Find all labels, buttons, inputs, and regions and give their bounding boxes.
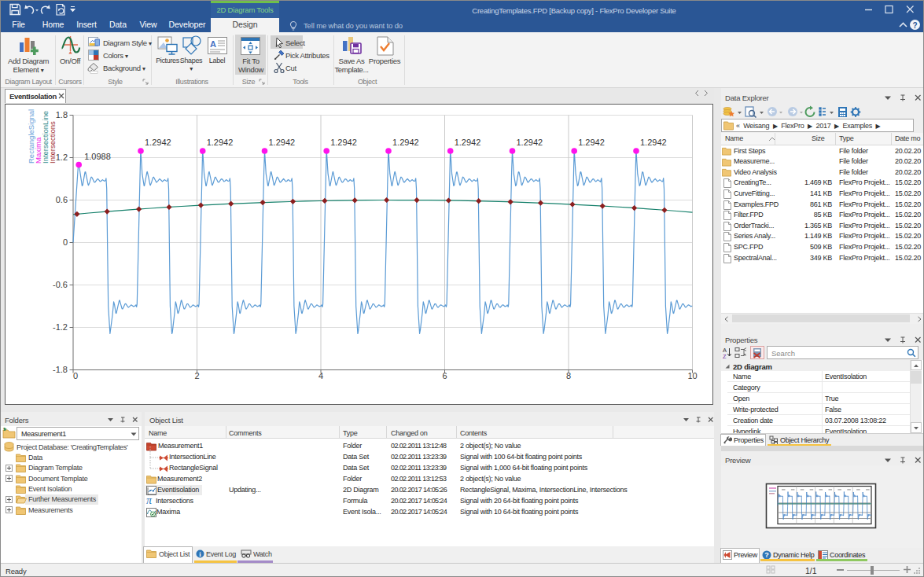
svg-text:0: 0: [63, 237, 68, 247]
svg-text:0: 0: [73, 371, 78, 380]
svg-text:1.8: 1.8: [56, 110, 68, 119]
svg-text:0.6: 0.6: [56, 195, 68, 204]
svg-text:1.2942: 1.2942: [145, 138, 171, 147]
svg-text:-0.6: -0.6: [53, 280, 68, 289]
svg-text:8: 8: [566, 371, 571, 380]
svg-text:1.2942: 1.2942: [392, 138, 419, 147]
svg-text:1.2942: 1.2942: [269, 138, 296, 147]
svg-text:-1.8: -1.8: [53, 365, 68, 374]
svg-text:1.2942: 1.2942: [207, 138, 234, 147]
svg-text:-1.2: -1.2: [53, 322, 68, 332]
svg-text:1.2: 1.2: [56, 153, 68, 162]
svg-text:6: 6: [442, 371, 447, 380]
svg-text:1.2942: 1.2942: [455, 138, 481, 147]
svg-text:Intersections: Intersections: [48, 121, 57, 164]
svg-text:10: 10: [687, 371, 697, 380]
svg-text:1.2942: 1.2942: [640, 138, 667, 147]
svg-text:1.2942: 1.2942: [517, 138, 543, 147]
svg-text:4: 4: [318, 371, 323, 380]
svg-text:?: ?: [764, 551, 769, 559]
svg-text:1.0988: 1.0988: [84, 152, 111, 161]
svg-text:2: 2: [194, 371, 199, 380]
svg-text:Z: Z: [723, 353, 727, 359]
svg-text:1.2942: 1.2942: [578, 138, 605, 147]
svg-text:?: ?: [912, 21, 917, 30]
svg-text:A: A: [210, 39, 216, 49]
svg-text:1.2942: 1.2942: [330, 138, 357, 147]
